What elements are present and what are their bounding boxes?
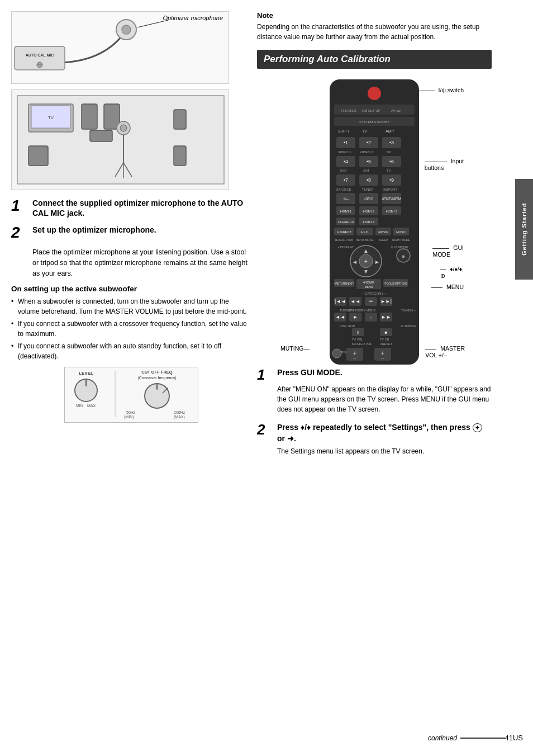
svg-text:•RETURN/EXIT: •RETURN/EXIT — [334, 282, 354, 285]
svg-text:HDMI 1: HDMI 1 — [340, 210, 352, 213]
input-label: Inputbuttons — [425, 158, 464, 171]
svg-text:◄◄: ◄◄ — [350, 299, 360, 304]
svg-text:••: •• — [369, 299, 373, 304]
svg-text:◄: ◄ — [352, 259, 358, 265]
right-step-1: 1 Press GUI MODE. After "MENU ON" appear… — [257, 367, 492, 414]
svg-text:▲: ▲ — [363, 248, 369, 254]
svg-text:•3: •3 — [389, 140, 394, 145]
svg-text:►: ► — [353, 314, 358, 320]
svg-text:RM SET UP: RM SET UP — [362, 109, 380, 112]
svg-point-155 — [332, 349, 341, 358]
svg-text:GUI MODE: GUI MODE — [391, 245, 408, 249]
svg-point-37 — [368, 87, 381, 100]
svg-point-20 — [120, 125, 127, 131]
svg-text:TUNER: TUNER — [362, 188, 374, 191]
svg-text:DISC SKIP: DISC SKIP — [340, 324, 355, 328]
svg-rect-12 — [28, 146, 48, 166]
svg-text:TV: TV — [362, 129, 367, 133]
mic-label: Optimizer microphone — [163, 15, 223, 21]
room-svg: TV — [12, 90, 229, 190]
bullet-1: When a subwoofer is connected, turn on t… — [11, 296, 251, 316]
svg-rect-13 — [174, 110, 186, 129]
svg-text:A.DIRECT: A.DIRECT — [337, 230, 351, 234]
svg-text:⊕: ⊕ — [402, 254, 405, 258]
right-step-1-title: Press GUI MODE. — [277, 367, 342, 379]
step-1: 1 Connect the supplied optimizer microph… — [11, 198, 251, 218]
right-step-2: 2 Press ♦/♦ repeatedly to select "Settin… — [257, 422, 492, 456]
svg-text:+/–: +/– — [343, 197, 349, 201]
svg-text:TUNING +: TUNING + — [401, 309, 416, 312]
bullet-3: If you connect a subwoofer with an auto … — [11, 341, 251, 361]
mic-svg: AUTO CAL MIC — [12, 12, 230, 83]
svg-rect-14 — [174, 146, 186, 166]
svg-text:+: + — [364, 258, 368, 264]
svg-text:MIN: MIN — [76, 404, 83, 408]
svg-text:MENU: MENU — [365, 285, 373, 289]
right-column: Note Depending on the characteristics of… — [257, 11, 514, 464]
svg-text:(MAX): (MAX) — [174, 415, 185, 419]
svg-text:DVD: DVD — [340, 169, 347, 172]
svg-text:◄◄: ◄◄ — [335, 314, 345, 320]
annotation-input: Inputbuttons — [425, 158, 464, 171]
svg-text:VIDEO 2: VIDEO 2 — [360, 150, 373, 154]
annotation-master-vol: MASTERVOL +/– — [425, 345, 465, 358]
continued-line — [460, 738, 505, 739]
svg-text:AV I/ψ: AV I/ψ — [391, 109, 401, 112]
note-section: Note Depending on the characteristics of… — [257, 11, 492, 42]
svg-text:MAX: MAX — [87, 404, 96, 408]
continued-footer: continued — [428, 734, 505, 742]
sub-control-svg: LEVEL MIN MAX CUT OFF FREQ (Crossover fr… — [70, 368, 192, 421]
svg-text:•ENT/MEM: •ENT/MEM — [382, 197, 402, 201]
svg-text:– CATEGORY +: – CATEGORY + — [362, 292, 387, 295]
mic-diagram: Optimizer microphone AUTO CAL MIC — [11, 11, 229, 84]
step-2: 2 Set up the optimizer microphone. — [11, 225, 251, 240]
svg-text:• DISPLAY: • DISPLAY — [338, 245, 354, 249]
subwoofer-section: On setting up the active subwoofer When … — [11, 285, 251, 361]
svg-text:CATEGORY MODE: CATEGORY MODE — [349, 309, 376, 312]
annotation-power: I/ψ switch — [407, 87, 464, 93]
svg-text:•5: •5 — [367, 159, 371, 164]
annotation-gui: GUIMODE — [432, 244, 464, 258]
svg-text:TV: TV — [387, 169, 391, 172]
bullet-2: If you connect a subwoofer with a crosso… — [11, 319, 251, 339]
power-label: I/ψ switch — [439, 87, 464, 93]
svg-text:INPUT MODE: INPUT MODE — [356, 238, 374, 242]
step-2-number: 2 — [11, 225, 27, 240]
svg-text:SLEEP: SLEEP — [379, 238, 388, 242]
note-title: Note — [257, 11, 492, 20]
svg-text:BD: BD — [387, 150, 392, 154]
svg-text:MASTER VOL: MASTER VOL — [352, 342, 372, 346]
gui-label: GUIMODE — [432, 244, 464, 258]
svg-text:HDMI 2: HDMI 2 — [363, 210, 375, 213]
svg-text:II: II — [357, 330, 359, 335]
svg-rect-11 — [90, 130, 112, 141]
svg-text:►►|: ►►| — [380, 299, 392, 304]
svg-text:SYSTEM STANDBY: SYSTEM STANDBY — [359, 120, 389, 124]
right-step-2-title: Press ♦/♦ repeatedly to select "Settings… — [277, 422, 492, 444]
sub-control-diagram: LEVEL MIN MAX CUT OFF FREQ (Crossover fr… — [64, 367, 198, 423]
svg-text:■: ■ — [385, 330, 388, 335]
svg-text:►: ► — [374, 259, 380, 265]
step-2-title: Set up the optimizer microphone. — [32, 225, 156, 235]
svg-rect-9 — [82, 104, 97, 129]
svg-text:TV VOL: TV VOL — [352, 338, 363, 341]
svg-text:HDMI 3: HDMI 3 — [386, 210, 398, 213]
step-1-number: 1 — [11, 198, 27, 214]
svg-text:HDMI 4: HDMI 4 — [363, 220, 375, 224]
svg-text:AUTO CAL MIC: AUTO CAL MIC — [26, 53, 54, 57]
svg-text:SA-CD/CD: SA-CD/CD — [336, 188, 351, 191]
svg-text:TV: TV — [48, 115, 54, 120]
svg-text:A.F.D.: A.F.D. — [361, 230, 369, 234]
svg-text:THEATER: THEATER — [341, 109, 356, 112]
remote-svg: THEATER RM SET UP AV I/ψ SYSTEM STANDBY … — [318, 77, 430, 367]
annotation-muting: MUTING— — [280, 345, 310, 352]
subwoofer-title: On setting up the active subwoofer — [11, 285, 251, 293]
nav-label: ♦/♦/♦,⊕ — [440, 266, 464, 279]
left-column: Optimizer microphone AUTO CAL MIC — [11, 11, 251, 427]
annotation-nav: ♦/♦/♦,⊕ — [440, 266, 464, 279]
step-1-title: Connect the supplied optimizer microphon… — [32, 198, 251, 218]
svg-text:VIDEO 1: VIDEO 1 — [338, 150, 351, 154]
right-step-2-header: 2 Press ♦/♦ repeatedly to select "Settin… — [257, 422, 492, 444]
right-step-1-number: 1 — [257, 367, 273, 382]
svg-text:MOVIE: MOVIE — [378, 230, 388, 234]
